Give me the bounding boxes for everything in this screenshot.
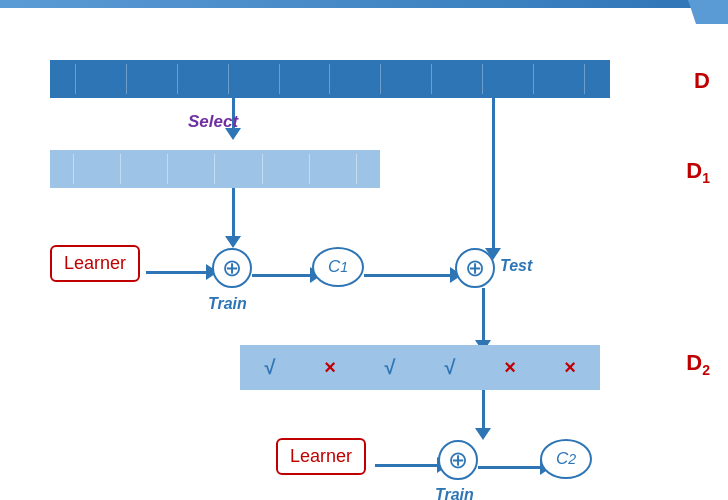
test-label: Test (500, 257, 532, 275)
top-decoration (0, 0, 728, 8)
label-D1: D1 (686, 158, 710, 186)
arrow-line (482, 288, 485, 340)
arrow-head (225, 236, 241, 248)
d-bar (50, 60, 610, 98)
plus-circle-3: ⊕ (438, 440, 478, 480)
d2-cell-3: √ (360, 356, 420, 379)
d-bar-divider (533, 64, 534, 94)
d2-cell-4: √ (420, 356, 480, 379)
c2-sub: 2 (568, 451, 576, 467)
d1-bar-divider (356, 154, 357, 184)
arrow-line (252, 274, 310, 277)
select-label: Select (188, 112, 238, 132)
d-bar-divider (584, 64, 585, 94)
d2-bar: √ × √ √ × × (240, 345, 600, 390)
d-bar-divider (126, 64, 127, 94)
arrow-line (364, 274, 450, 277)
train-label-2: Train (435, 486, 474, 500)
arrow-c1-to-plus2 (364, 267, 462, 283)
c1-box: C1 (312, 247, 364, 287)
plus-circle-1: ⊕ (212, 248, 252, 288)
learner-box-2: Learner (276, 438, 366, 475)
d-bar-divider (431, 64, 432, 94)
train-label-1: Train (208, 295, 247, 313)
d-bar-divider (228, 64, 229, 94)
d2-cell-6: × (540, 356, 600, 379)
d1-bar-divider (262, 154, 263, 184)
arrow-line (492, 98, 495, 248)
arrow-line (482, 390, 485, 428)
d-bar-divider (279, 64, 280, 94)
c1-label: C (328, 257, 340, 277)
d-bar-divider (380, 64, 381, 94)
plus-symbol-3: ⊕ (448, 446, 468, 474)
arrow-line (146, 271, 206, 274)
c2-label: C (556, 449, 568, 469)
d1-bar-divider (73, 154, 74, 184)
arrow-line (232, 188, 235, 236)
arrow-line (375, 464, 437, 467)
d1-bar-divider (214, 154, 215, 184)
label-D: D (694, 68, 710, 94)
d-bar-divider (329, 64, 330, 94)
d1-bar (50, 150, 380, 188)
plus-symbol-1: ⊕ (222, 254, 242, 282)
arrow-head (475, 428, 491, 440)
arrow-line (478, 466, 540, 469)
label-D2: D2 (686, 350, 710, 378)
arrow-d-to-test (485, 98, 501, 260)
arrow-d1-down (225, 188, 241, 248)
plus-circle-2: ⊕ (455, 248, 495, 288)
d1-bar-divider (309, 154, 310, 184)
d-bar-divider (482, 64, 483, 94)
d-bar-divider (177, 64, 178, 94)
learner-box-1: Learner (50, 245, 140, 282)
arrow-d2-down (475, 390, 491, 440)
d-bar-divider (75, 64, 76, 94)
d1-bar-divider (120, 154, 121, 184)
d2-cell-5: × (480, 356, 540, 379)
arrow-plus2-down (475, 288, 491, 352)
d1-bar-divider (167, 154, 168, 184)
c1-sub: 1 (340, 259, 348, 275)
diagram-container: D D1 D2 Select (40, 20, 720, 500)
arrow-learner1-to-plus1 (146, 264, 218, 280)
d2-cell-1: √ (240, 356, 300, 379)
c2-box: C2 (540, 439, 592, 479)
d2-cell-2: × (300, 356, 360, 379)
plus-symbol-2: ⊕ (465, 254, 485, 282)
